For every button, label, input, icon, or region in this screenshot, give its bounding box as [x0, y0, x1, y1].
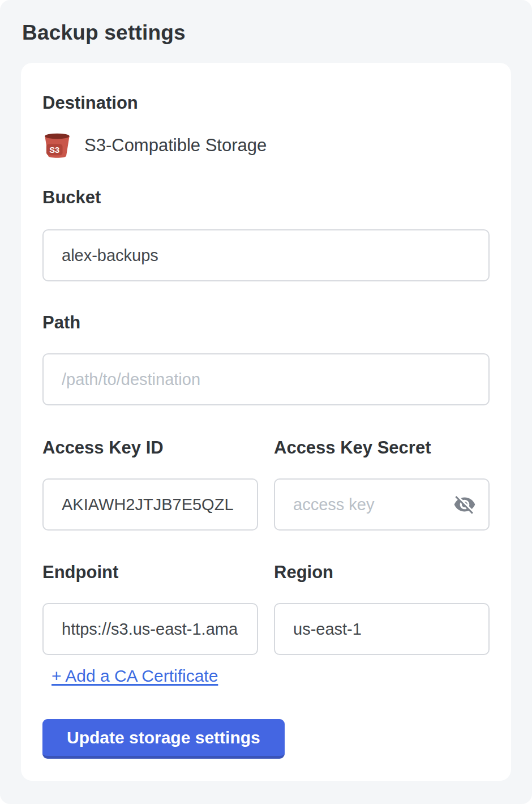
- region-input[interactable]: [274, 603, 490, 655]
- path-input[interactable]: [42, 353, 490, 405]
- path-label: Path: [42, 313, 490, 332]
- destination-value: S3-Compatible Storage: [84, 135, 267, 156]
- access-keys-row: Access Key ID Access Key Secret: [42, 438, 490, 531]
- region-field: Region: [274, 562, 490, 655]
- endpoint-field: Endpoint: [42, 562, 258, 655]
- page-title: Backup settings: [22, 22, 511, 44]
- bucket-label: Bucket: [42, 187, 490, 207]
- update-storage-settings-button[interactable]: Update storage settings: [42, 719, 285, 759]
- access-key-id-label: Access Key ID: [42, 438, 258, 457]
- add-ca-certificate-link[interactable]: + Add a CA Certificate: [52, 667, 218, 685]
- backup-settings-card: Destination S3 S3-Compatible Storage Buc…: [21, 63, 511, 781]
- access-key-secret-label: Access Key Secret: [274, 438, 490, 457]
- endpoint-input[interactable]: [42, 603, 258, 655]
- eye-off-icon: [453, 493, 476, 516]
- toggle-secret-visibility-button[interactable]: [452, 492, 477, 517]
- svg-text:S3: S3: [49, 145, 59, 154]
- access-key-secret-field: Access Key Secret: [274, 438, 490, 531]
- access-key-id-field: Access Key ID: [42, 438, 258, 531]
- endpoint-label: Endpoint: [42, 562, 258, 582]
- destination-label: Destination: [42, 93, 490, 113]
- backup-settings-page: Backup settings Destination S3 S3-Compat…: [0, 0, 532, 804]
- bucket-input[interactable]: [42, 229, 490, 281]
- s3-bucket-icon: S3: [42, 131, 72, 160]
- access-key-secret-input-wrap: [274, 478, 490, 531]
- endpoint-region-row: Endpoint Region: [42, 562, 490, 655]
- destination-row: S3 S3-Compatible Storage: [42, 130, 490, 161]
- access-key-id-input[interactable]: [42, 478, 258, 531]
- region-label: Region: [274, 562, 490, 582]
